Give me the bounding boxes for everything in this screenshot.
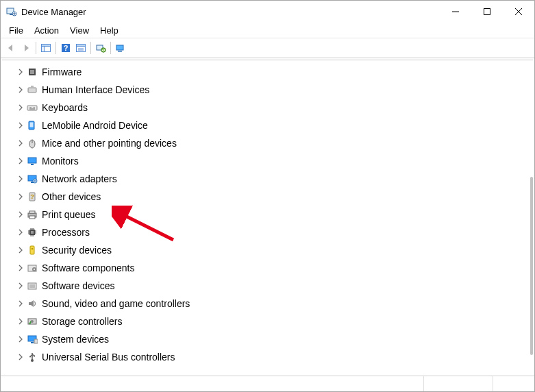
tree-item[interactable]: Storage controllers bbox=[16, 313, 533, 330]
chevron-right-icon[interactable] bbox=[16, 334, 25, 344]
tree-item[interactable]: Mice and other pointing devices bbox=[16, 134, 533, 152]
svg-rect-21 bbox=[30, 123, 34, 127]
svg-rect-32 bbox=[29, 216, 35, 219]
tree-item-label: System devices bbox=[42, 334, 109, 345]
tree-item-label: Software components bbox=[42, 262, 134, 273]
tree-item-label: Mice and other pointing devices bbox=[42, 138, 177, 149]
chevron-right-icon[interactable] bbox=[16, 299, 25, 308]
firmware-icon bbox=[27, 66, 38, 77]
svg-point-48 bbox=[29, 356, 31, 358]
tree-item[interactable]: ?Other devices bbox=[16, 188, 533, 206]
chevron-right-icon[interactable] bbox=[16, 156, 25, 166]
tree-item[interactable]: Print queues bbox=[16, 206, 533, 223]
svg-rect-41 bbox=[29, 284, 35, 288]
mouse-icon bbox=[27, 138, 38, 149]
tree-item-label: Firmware bbox=[42, 66, 82, 77]
chevron-right-icon[interactable] bbox=[16, 317, 25, 326]
svg-rect-23 bbox=[28, 158, 36, 163]
other-icon: ? bbox=[27, 191, 38, 202]
svg-rect-16 bbox=[30, 70, 34, 74]
svg-rect-10 bbox=[77, 45, 86, 47]
tree-item[interactable]: Keyboards bbox=[16, 99, 533, 117]
monitor-icon bbox=[27, 156, 38, 167]
tree-item[interactable]: LeMobile Android Device bbox=[16, 117, 533, 134]
tree-item-label: Network adapters bbox=[42, 173, 117, 184]
printer-icon bbox=[27, 209, 38, 220]
svg-rect-49 bbox=[34, 356, 35, 357]
minimize-button[interactable] bbox=[440, 1, 471, 23]
window-controls bbox=[440, 1, 534, 23]
chevron-right-icon[interactable] bbox=[16, 352, 25, 362]
menu-view[interactable]: View bbox=[64, 24, 95, 37]
chevron-right-icon[interactable] bbox=[16, 121, 25, 130]
svg-text:?: ? bbox=[64, 44, 69, 52]
tree-item-label: Print queues bbox=[42, 209, 96, 220]
tree-item-label: Monitors bbox=[42, 156, 79, 167]
properties-button[interactable] bbox=[73, 40, 88, 56]
tree-item[interactable]: Processors bbox=[16, 223, 533, 241]
tree-item[interactable]: Security devices bbox=[16, 241, 533, 259]
svg-point-43 bbox=[31, 320, 34, 323]
window-title: Device Manager bbox=[21, 7, 86, 17]
tree-item[interactable]: Universal Serial Bus controllers bbox=[16, 348, 533, 366]
menu-action[interactable]: Action bbox=[29, 24, 64, 37]
chevron-right-icon[interactable] bbox=[16, 228, 25, 237]
chevron-right-icon[interactable] bbox=[16, 263, 25, 273]
sound-icon bbox=[27, 298, 38, 309]
tree-item[interactable]: Network adapters bbox=[16, 170, 533, 188]
tree-item[interactable]: Software components bbox=[16, 259, 533, 277]
devices-and-printers-button[interactable] bbox=[113, 40, 128, 56]
chevron-right-icon[interactable] bbox=[16, 67, 25, 77]
forward-button[interactable] bbox=[18, 40, 34, 56]
chevron-right-icon[interactable] bbox=[16, 210, 25, 219]
security-icon bbox=[27, 245, 38, 256]
tree-item-label: Processors bbox=[42, 227, 90, 238]
status-cell-3 bbox=[493, 376, 534, 391]
svg-rect-46 bbox=[34, 339, 38, 343]
chevron-right-icon[interactable] bbox=[16, 138, 25, 148]
chevron-right-icon[interactable] bbox=[16, 103, 25, 112]
svg-rect-6 bbox=[42, 47, 45, 52]
tree-item-label: Keyboards bbox=[42, 102, 88, 113]
maximize-button[interactable] bbox=[471, 1, 503, 23]
tree-item[interactable]: Human Interface Devices bbox=[16, 81, 533, 99]
cpu-icon bbox=[27, 227, 38, 238]
keyboard-icon bbox=[27, 102, 38, 113]
help-button[interactable]: ? bbox=[58, 40, 73, 56]
svg-rect-3 bbox=[484, 9, 490, 15]
chevron-right-icon[interactable] bbox=[16, 245, 25, 255]
tree-item-label: Storage controllers bbox=[42, 316, 123, 327]
scrollbar[interactable] bbox=[530, 177, 533, 355]
tree-item[interactable]: Monitors bbox=[16, 152, 533, 170]
menu-file[interactable]: File bbox=[3, 24, 29, 37]
svg-rect-45 bbox=[31, 342, 34, 343]
chevron-right-icon[interactable] bbox=[16, 174, 25, 184]
tree-item-label: Security devices bbox=[42, 245, 112, 256]
scan-hardware-button[interactable] bbox=[93, 40, 108, 56]
network-icon bbox=[27, 173, 38, 184]
device-manager-window: Device Manager File Action View Help bbox=[0, 0, 535, 392]
svg-rect-31 bbox=[29, 211, 35, 213]
back-button[interactable] bbox=[3, 40, 18, 56]
status-cell-1 bbox=[1, 376, 424, 391]
svg-rect-24 bbox=[31, 164, 34, 165]
storage-icon bbox=[27, 316, 38, 327]
tree-item-label: Other devices bbox=[42, 191, 101, 202]
chevron-right-icon[interactable] bbox=[16, 192, 25, 201]
chevron-right-icon[interactable] bbox=[16, 85, 25, 95]
tree-item[interactable]: Firmware bbox=[16, 63, 533, 81]
close-button[interactable] bbox=[503, 1, 534, 23]
svg-rect-35 bbox=[30, 246, 34, 254]
svg-rect-17 bbox=[28, 88, 36, 93]
tree-item[interactable]: Sound, video and game controllers bbox=[16, 295, 533, 313]
system-icon bbox=[27, 334, 38, 345]
titlebar: Device Manager bbox=[1, 1, 534, 23]
tree-item-label: Universal Serial Bus controllers bbox=[42, 352, 175, 363]
menu-help[interactable]: Help bbox=[95, 24, 124, 37]
svg-rect-34 bbox=[31, 231, 34, 234]
chevron-right-icon[interactable] bbox=[16, 281, 25, 291]
show-hide-console-tree-button[interactable] bbox=[38, 40, 53, 56]
tree-item[interactable]: System devices bbox=[16, 330, 533, 348]
tree-item[interactable]: Software devices bbox=[16, 277, 533, 295]
device-tree[interactable]: FirmwareHuman Interface DevicesKeyboards… bbox=[2, 60, 533, 374]
